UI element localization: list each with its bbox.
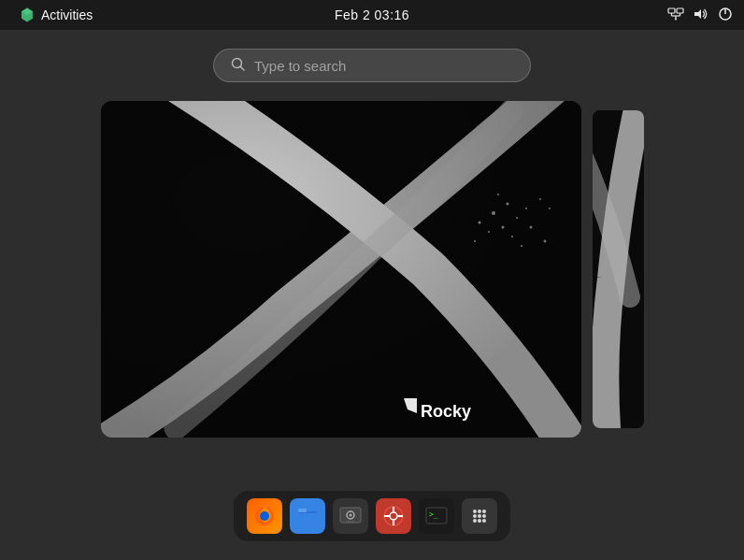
search-input[interactable] [254,58,513,74]
svg-point-52 [478,510,481,513]
svg-line-11 [241,67,245,71]
wallpaper-svg: ⌂Rocky ⌂Rocky Rocky [101,101,581,438]
svg-text:Rocky: Rocky [421,402,471,421]
svg-rect-1 [677,8,683,13]
search-container [0,49,744,82]
network-icon[interactable] [667,7,684,23]
svg-point-40 [350,514,352,517]
dock-files-icon[interactable] [290,498,325,534]
svg-point-59 [482,519,486,523]
window-area: ⌂Rocky ⌂Rocky Rocky [0,101,744,438]
side-window-thumbnail[interactable] [593,110,644,428]
dock-firefox-icon[interactable] [247,498,282,534]
svg-point-55 [478,514,481,518]
top-bar: Activities Feb 2 03:16 [0,0,744,30]
search-bar [213,49,531,82]
svg-point-54 [473,514,477,518]
activities-label: Activities [41,7,93,22]
volume-icon[interactable] [694,7,708,23]
clock: Feb 2 03:16 [335,7,409,22]
svg-rect-0 [668,8,675,13]
svg-point-56 [482,514,486,518]
svg-text:>_: >_ [429,510,438,519]
system-icons [667,7,733,24]
svg-rect-36 [298,509,307,512]
dock: >_ [234,491,510,541]
svg-marker-7 [694,9,701,19]
dock-help-icon[interactable] [376,498,411,534]
svg-point-34 [260,511,269,521]
svg-point-53 [482,510,486,513]
search-icon [231,57,245,74]
dock-appgrid-icon[interactable] [462,498,497,534]
svg-rect-30 [101,101,581,438]
svg-point-57 [473,519,477,523]
svg-rect-41 [346,521,355,524]
side-wallpaper-svg [593,110,644,428]
dock-screenshot-icon[interactable] [333,498,368,534]
svg-point-6 [675,18,677,20]
power-icon[interactable] [718,7,733,24]
rocky-icon [19,7,36,23]
dock-terminal-icon[interactable]: >_ [419,498,454,534]
svg-point-58 [478,519,481,523]
svg-point-51 [473,510,477,513]
main-window-thumbnail[interactable]: ⌂Rocky ⌂Rocky Rocky [101,101,581,438]
activities-button[interactable]: Activities [11,5,100,25]
